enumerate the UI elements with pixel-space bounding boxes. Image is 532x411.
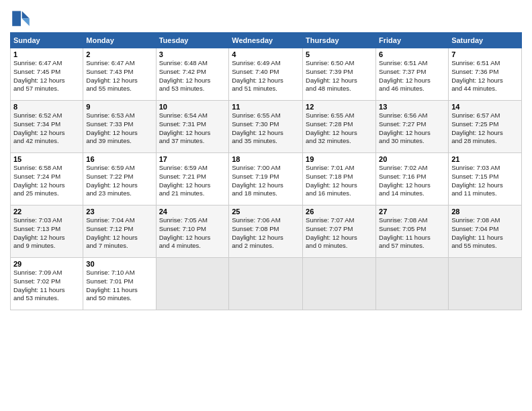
calendar-cell: 29Sunrise: 7:09 AMSunset: 7:02 PMDayligh…: [11, 258, 83, 310]
calendar-table: SundayMondayTuesdayWednesdayThursdayFrid…: [10, 32, 522, 310]
calendar-body: 1Sunrise: 6:47 AMSunset: 7:45 PMDaylight…: [11, 48, 522, 310]
day-number: 3: [159, 50, 226, 58]
day-number: 4: [232, 50, 300, 58]
col-header-wednesday: Wednesday: [229, 33, 303, 48]
day-info: Sunrise: 6:51 AMSunset: 7:36 PMDaylight:…: [451, 59, 503, 92]
calendar-cell: 23Sunrise: 7:04 AMSunset: 7:12 PMDayligh…: [83, 205, 156, 258]
day-info: Sunrise: 6:58 AMSunset: 7:24 PMDaylight:…: [13, 164, 65, 197]
svg-rect-2: [12, 11, 21, 26]
day-number: 17: [159, 155, 226, 163]
day-info: Sunrise: 7:05 AMSunset: 7:10 PMDaylight:…: [159, 216, 211, 249]
calendar-cell: [303, 258, 376, 310]
calendar-cell: 9Sunrise: 6:53 AMSunset: 7:33 PMDaylight…: [83, 101, 156, 153]
calendar-cell: 4Sunrise: 6:49 AMSunset: 7:40 PMDaylight…: [229, 48, 303, 101]
col-header-sunday: Sunday: [11, 33, 83, 48]
day-number: 24: [159, 208, 226, 216]
calendar-cell: 25Sunrise: 7:06 AMSunset: 7:08 PMDayligh…: [229, 205, 303, 258]
day-number: 10: [159, 103, 226, 111]
calendar-cell: [156, 258, 229, 310]
calendar-cell: 5Sunrise: 6:50 AMSunset: 7:39 PMDaylight…: [303, 48, 376, 101]
col-header-thursday: Thursday: [303, 33, 376, 48]
calendar-cell: [449, 258, 522, 310]
day-number: 16: [86, 155, 152, 163]
calendar-cell: 24Sunrise: 7:05 AMSunset: 7:10 PMDayligh…: [156, 205, 229, 258]
col-header-tuesday: Tuesday: [156, 33, 229, 48]
day-number: 19: [306, 155, 373, 163]
calendar-cell: 13Sunrise: 6:56 AMSunset: 7:27 PMDayligh…: [376, 101, 449, 153]
calendar-header-row: SundayMondayTuesdayWednesdayThursdayFrid…: [11, 33, 522, 48]
day-info: Sunrise: 7:09 AMSunset: 7:02 PMDaylight:…: [13, 269, 65, 302]
calendar-cell: 7Sunrise: 6:51 AMSunset: 7:36 PMDaylight…: [449, 48, 522, 101]
calendar-cell: 19Sunrise: 7:01 AMSunset: 7:18 PMDayligh…: [303, 153, 376, 205]
calendar-cell: 20Sunrise: 7:02 AMSunset: 7:16 PMDayligh…: [376, 153, 449, 205]
day-info: Sunrise: 6:55 AMSunset: 7:28 PMDaylight:…: [306, 111, 357, 144]
svg-marker-0: [22, 11, 30, 18]
day-number: 27: [379, 208, 445, 216]
calendar-cell: 16Sunrise: 6:59 AMSunset: 7:22 PMDayligh…: [83, 153, 156, 205]
col-header-saturday: Saturday: [449, 33, 522, 48]
day-info: Sunrise: 7:03 AMSunset: 7:13 PMDaylight:…: [13, 216, 65, 249]
page: SundayMondayTuesdayWednesdayThursdayFrid…: [0, 0, 532, 411]
week-row-1: 1Sunrise: 6:47 AMSunset: 7:45 PMDaylight…: [11, 48, 522, 101]
day-number: 2: [86, 50, 152, 58]
week-row-3: 15Sunrise: 6:58 AMSunset: 7:24 PMDayligh…: [11, 153, 522, 205]
day-number: 12: [306, 103, 373, 111]
calendar-cell: 3Sunrise: 6:48 AMSunset: 7:42 PMDaylight…: [156, 48, 229, 101]
day-number: 28: [451, 208, 519, 216]
calendar-cell: 18Sunrise: 7:00 AMSunset: 7:19 PMDayligh…: [229, 153, 303, 205]
day-number: 25: [232, 208, 300, 216]
calendar-cell: 15Sunrise: 6:58 AMSunset: 7:24 PMDayligh…: [11, 153, 83, 205]
day-info: Sunrise: 7:01 AMSunset: 7:18 PMDaylight:…: [306, 164, 357, 197]
calendar-cell: 6Sunrise: 6:51 AMSunset: 7:37 PMDaylight…: [376, 48, 449, 101]
calendar-cell: 26Sunrise: 7:07 AMSunset: 7:07 PMDayligh…: [303, 205, 376, 258]
day-info: Sunrise: 7:10 AMSunset: 7:01 PMDaylight:…: [86, 269, 138, 302]
day-number: 9: [86, 103, 152, 111]
calendar-cell: 22Sunrise: 7:03 AMSunset: 7:13 PMDayligh…: [11, 205, 83, 258]
week-row-5: 29Sunrise: 7:09 AMSunset: 7:02 PMDayligh…: [11, 258, 522, 310]
svg-marker-1: [22, 19, 30, 26]
day-number: 13: [379, 103, 445, 111]
calendar-cell: 10Sunrise: 6:54 AMSunset: 7:31 PMDayligh…: [156, 101, 229, 153]
day-info: Sunrise: 6:51 AMSunset: 7:37 PMDaylight:…: [379, 59, 431, 92]
day-info: Sunrise: 6:49 AMSunset: 7:40 PMDaylight:…: [232, 59, 283, 92]
day-info: Sunrise: 6:56 AMSunset: 7:27 PMDaylight:…: [379, 111, 431, 144]
day-number: 30: [86, 260, 152, 268]
calendar-cell: 1Sunrise: 6:47 AMSunset: 7:45 PMDaylight…: [11, 48, 83, 101]
day-number: 11: [232, 103, 300, 111]
day-number: 20: [379, 155, 445, 163]
day-info: Sunrise: 6:57 AMSunset: 7:25 PMDaylight:…: [451, 111, 503, 144]
day-number: 1: [13, 50, 80, 58]
day-number: 21: [451, 155, 519, 163]
calendar-cell: 12Sunrise: 6:55 AMSunset: 7:28 PMDayligh…: [303, 101, 376, 153]
day-number: 7: [451, 50, 519, 58]
day-info: Sunrise: 7:08 AMSunset: 7:05 PMDaylight:…: [379, 216, 431, 249]
day-info: Sunrise: 6:54 AMSunset: 7:31 PMDaylight:…: [159, 111, 211, 144]
calendar-cell: 11Sunrise: 6:55 AMSunset: 7:30 PMDayligh…: [229, 101, 303, 153]
day-number: 15: [13, 155, 80, 163]
calendar-cell: 28Sunrise: 7:08 AMSunset: 7:04 PMDayligh…: [449, 205, 522, 258]
day-info: Sunrise: 7:07 AMSunset: 7:07 PMDaylight:…: [306, 216, 357, 249]
logo: [10, 7, 34, 28]
calendar-cell: [229, 258, 303, 310]
logo-icon: [10, 7, 32, 28]
col-header-friday: Friday: [376, 33, 449, 48]
calendar-cell: 27Sunrise: 7:08 AMSunset: 7:05 PMDayligh…: [376, 205, 449, 258]
day-number: 8: [13, 103, 80, 111]
day-number: 23: [86, 208, 152, 216]
calendar-cell: 2Sunrise: 6:47 AMSunset: 7:43 PMDaylight…: [83, 48, 156, 101]
calendar-cell: 14Sunrise: 6:57 AMSunset: 7:25 PMDayligh…: [449, 101, 522, 153]
day-info: Sunrise: 6:55 AMSunset: 7:30 PMDaylight:…: [232, 111, 283, 144]
day-info: Sunrise: 6:47 AMSunset: 7:45 PMDaylight:…: [13, 59, 65, 92]
day-number: 18: [232, 155, 300, 163]
day-info: Sunrise: 7:02 AMSunset: 7:16 PMDaylight:…: [379, 164, 431, 197]
day-info: Sunrise: 6:53 AMSunset: 7:33 PMDaylight:…: [86, 111, 138, 144]
calendar-cell: 30Sunrise: 7:10 AMSunset: 7:01 PMDayligh…: [83, 258, 156, 310]
header: [10, 7, 522, 28]
calendar-cell: 21Sunrise: 7:03 AMSunset: 7:15 PMDayligh…: [449, 153, 522, 205]
day-info: Sunrise: 6:59 AMSunset: 7:21 PMDaylight:…: [159, 164, 211, 197]
calendar-cell: [376, 258, 449, 310]
day-number: 22: [13, 208, 80, 216]
day-number: 14: [451, 103, 519, 111]
day-info: Sunrise: 7:04 AMSunset: 7:12 PMDaylight:…: [86, 216, 138, 249]
day-info: Sunrise: 6:50 AMSunset: 7:39 PMDaylight:…: [306, 59, 357, 92]
